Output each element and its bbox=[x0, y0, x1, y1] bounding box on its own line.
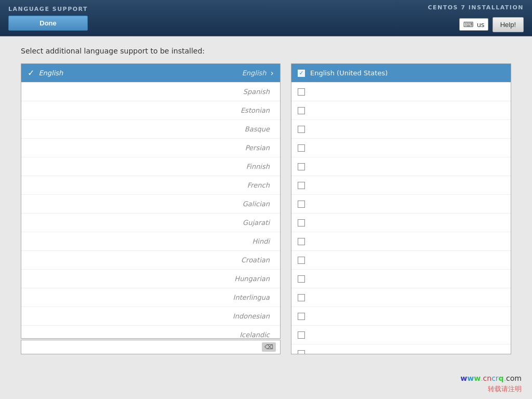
lang-native-name: Suomi bbox=[40, 163, 246, 170]
lang-native-name: Hrvatski bbox=[40, 256, 241, 264]
locale-checkbox bbox=[298, 126, 305, 133]
lang-native-name: Íslenska bbox=[40, 331, 240, 339]
header: LANGUAGE SUPPORT Done CENTOS 7 INSTALLAT… bbox=[0, 0, 532, 36]
locale-checkbox bbox=[298, 331, 305, 339]
search-bar: ⌫ bbox=[21, 340, 281, 354]
left-panel: ✓EnglishEnglish›EspañolSpanishEestiEston… bbox=[21, 63, 281, 354]
locale-item[interactable]: English (Singapore) bbox=[291, 270, 511, 288]
lang-native-name: हिन्दी bbox=[40, 237, 252, 246]
lang-native-name: ગુજરાતી bbox=[40, 219, 243, 227]
locale-item[interactable]: English (United Kingdom) bbox=[291, 83, 511, 101]
keyboard-input[interactable]: ⌨ us bbox=[459, 18, 488, 31]
language-item[interactable]: فارسیPersian bbox=[21, 139, 280, 157]
locale-item[interactable]: English (Zambia) bbox=[291, 307, 511, 326]
locale-checkbox bbox=[298, 313, 305, 320]
lang-native-name: Español bbox=[40, 88, 243, 96]
lang-english-name: Hungarian bbox=[234, 275, 270, 283]
locale-checkbox bbox=[298, 144, 305, 152]
locale-checkbox bbox=[298, 182, 305, 189]
lang-native-name: Eesti bbox=[40, 107, 241, 114]
locale-item[interactable]: ✓English (United States) bbox=[291, 64, 511, 83]
locale-label: English (Australia) bbox=[310, 125, 372, 133]
locale-checkbox bbox=[298, 201, 305, 208]
lang-native-name: فارسی bbox=[40, 144, 245, 152]
locale-item[interactable]: English (Denmark) bbox=[291, 157, 511, 176]
lang-native-name: Magyar bbox=[40, 275, 234, 283]
lang-native-name: Galego bbox=[40, 200, 243, 208]
locale-item[interactable]: English (Ireland) bbox=[291, 176, 511, 195]
language-item[interactable]: GalegoGalician bbox=[21, 195, 280, 214]
language-item[interactable]: SuomiFinnish bbox=[21, 157, 280, 176]
language-list[interactable]: ✓EnglishEnglish›EspañolSpanishEestiEston… bbox=[21, 63, 281, 339]
language-item[interactable]: EestiEstonian bbox=[21, 101, 280, 120]
locale-label: English (Hong Kong SAR China) bbox=[310, 237, 416, 245]
centos-title: CENTOS 7 INSTALLATION bbox=[428, 4, 524, 11]
language-item[interactable]: Bahasa IndonesiaIndonesian bbox=[21, 307, 280, 326]
page-title: LANGUAGE SUPPORT bbox=[8, 6, 88, 12]
locale-label: English (United States) bbox=[310, 69, 388, 77]
lang-english-name: Icelandic bbox=[240, 331, 270, 339]
lang-native-name: Interlingua bbox=[40, 294, 233, 301]
locale-label: English (Botswana) bbox=[310, 350, 375, 354]
locale-label: English (Singapore) bbox=[310, 275, 376, 283]
locale-label: English (Canada) bbox=[310, 144, 368, 152]
locale-item[interactable]: English (Nigeria) bbox=[291, 214, 511, 232]
lang-english-name: Croatian bbox=[241, 256, 270, 264]
locale-item[interactable]: English (New Zealand) bbox=[291, 195, 511, 214]
language-item[interactable]: FrançaisFrench bbox=[21, 176, 280, 195]
language-item[interactable]: MagyarHungarian bbox=[21, 270, 280, 288]
header-right: CENTOS 7 INSTALLATION ⌨ us Help! bbox=[428, 4, 524, 32]
locale-item[interactable]: English (India) bbox=[291, 101, 511, 120]
lang-arrow-icon: › bbox=[271, 68, 274, 78]
keyboard-icon: ⌨ bbox=[463, 20, 473, 29]
language-item[interactable]: ગુજરાતીGujarati bbox=[21, 214, 280, 232]
lang-english-name: Spanish bbox=[243, 88, 270, 96]
done-button[interactable]: Done bbox=[8, 16, 88, 31]
locale-checkbox: ✓ bbox=[298, 70, 305, 77]
language-item[interactable]: EspañolSpanish bbox=[21, 83, 280, 101]
search-input[interactable] bbox=[25, 343, 262, 351]
locale-item[interactable]: English (Botswana) bbox=[291, 344, 511, 354]
right-panel[interactable]: ✓English (United States)English (United … bbox=[291, 63, 511, 354]
locale-label: English (New Zealand) bbox=[310, 200, 387, 208]
language-item[interactable]: EuskaraBasque bbox=[21, 120, 280, 139]
locale-item[interactable]: English (Australia) bbox=[291, 120, 511, 139]
watermark: www.cncrq.com 转载请注明 bbox=[460, 373, 522, 394]
locale-label: English (United Kingdom) bbox=[310, 88, 396, 96]
locale-checkbox bbox=[298, 163, 305, 170]
locale-item[interactable]: English (South Africa) bbox=[291, 288, 511, 307]
locale-item[interactable]: English (Canada) bbox=[291, 139, 511, 157]
lang-english-name: Basque bbox=[245, 125, 270, 133]
locale-checkbox bbox=[298, 294, 305, 301]
locale-item[interactable]: English (Philippines) bbox=[291, 251, 511, 270]
lang-native-name: Français bbox=[40, 181, 247, 189]
locale-checkbox bbox=[298, 219, 305, 227]
locale-checkbox bbox=[298, 257, 305, 264]
lang-english-name: Persian bbox=[245, 144, 270, 152]
lang-english-name: French bbox=[247, 181, 270, 189]
locale-item[interactable]: English (Zimbabwe) bbox=[291, 326, 511, 344]
keyboard-layout: us bbox=[477, 21, 485, 29]
search-clear-button[interactable]: ⌫ bbox=[262, 342, 276, 352]
lang-english-name: Finnish bbox=[246, 163, 270, 170]
locale-checkbox bbox=[298, 238, 305, 245]
language-item[interactable]: HrvatskiCroatian bbox=[21, 251, 280, 270]
lang-english-name: Gujarati bbox=[243, 219, 270, 227]
language-item[interactable]: ✓EnglishEnglish› bbox=[21, 64, 280, 83]
locale-label: English (Philippines) bbox=[310, 256, 378, 264]
locale-label: English (Zimbabwe) bbox=[310, 331, 378, 339]
help-button[interactable]: Help! bbox=[493, 17, 524, 32]
locale-label: English (South Africa) bbox=[310, 294, 383, 301]
locale-checkbox bbox=[298, 350, 305, 355]
locale-label: English (Zambia) bbox=[310, 312, 368, 320]
locale-item[interactable]: English (Hong Kong SAR China) bbox=[291, 232, 511, 251]
locale-label: English (Denmark) bbox=[310, 163, 373, 170]
locale-checkbox bbox=[298, 107, 305, 114]
language-item[interactable]: ÍslenskaIcelandic bbox=[21, 326, 280, 339]
lang-english-name: Interlingua bbox=[233, 294, 270, 301]
language-item[interactable]: हिन्दीHindi bbox=[21, 232, 280, 251]
main-content: Select additional language support to be… bbox=[0, 36, 532, 399]
lang-english-name: English bbox=[242, 69, 267, 77]
header-left: LANGUAGE SUPPORT Done bbox=[8, 6, 88, 31]
language-item[interactable]: InterlinguaInterlingua bbox=[21, 288, 280, 307]
